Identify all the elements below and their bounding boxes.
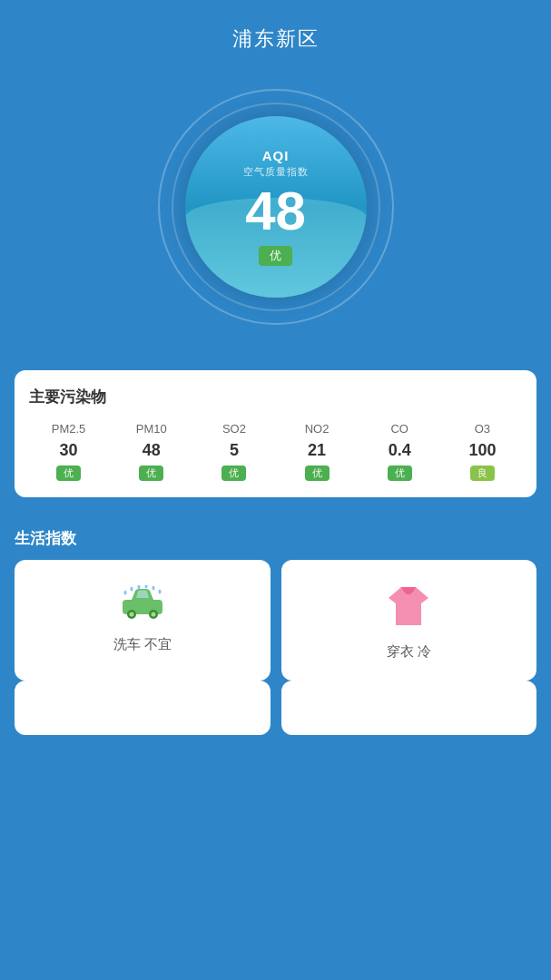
aqi-label: AQI bbox=[262, 148, 290, 163]
pollutant-o3: O3 100 良 bbox=[443, 422, 522, 481]
life-card-clothing: 穿衣 冷 bbox=[281, 560, 537, 681]
pollutant-no2-badge: 优 bbox=[305, 466, 330, 481]
pollutant-co: CO 0.4 优 bbox=[360, 422, 439, 481]
pollutant-pm10-name: PM10 bbox=[136, 422, 167, 436]
pollutant-pm10-badge: 优 bbox=[139, 466, 163, 481]
pollutants-title: 主要污染物 bbox=[29, 387, 522, 407]
aqi-sublabel: 空气质量指数 bbox=[243, 165, 309, 179]
pollutant-no2-value: 21 bbox=[308, 441, 326, 460]
aqi-value: 48 bbox=[245, 184, 306, 239]
aqi-inner-circle: AQI 空气质量指数 48 优 bbox=[185, 116, 367, 298]
car-wash-icon bbox=[119, 585, 166, 625]
svg-point-2 bbox=[129, 612, 133, 617]
pollutant-o3-value: 100 bbox=[468, 441, 496, 460]
pollutant-o3-badge: 良 bbox=[470, 466, 495, 481]
car-wash-label: 洗车 不宜 bbox=[113, 636, 172, 653]
pollutant-so2: SO2 5 优 bbox=[194, 422, 273, 481]
aqi-quality-badge: 优 bbox=[259, 246, 292, 266]
life-card-partial-2 bbox=[281, 681, 537, 735]
page-header: 浦东新区 bbox=[0, 0, 551, 71]
clothing-icon bbox=[387, 585, 430, 632]
pollutant-pm10: PM10 48 优 bbox=[112, 422, 191, 481]
pollutant-so2-badge: 优 bbox=[221, 466, 246, 481]
pollutant-pm25-name: PM2.5 bbox=[52, 422, 86, 436]
svg-point-10 bbox=[158, 590, 161, 594]
svg-point-4 bbox=[151, 612, 155, 617]
pollutant-pm10-value: 48 bbox=[143, 441, 161, 460]
pollutant-no2: NO2 21 优 bbox=[277, 422, 356, 481]
aqi-outer-ring: AQI 空气质量指数 48 优 bbox=[158, 89, 394, 325]
aqi-section: AQI 空气质量指数 48 优 bbox=[0, 71, 551, 361]
life-card-car-wash: 洗车 不宜 bbox=[15, 560, 271, 681]
pollutants-card: 主要污染物 PM2.5 30 优 PM10 48 优 SO2 5 优 NO2 2… bbox=[15, 370, 536, 497]
pollutant-so2-value: 5 bbox=[230, 441, 239, 460]
life-index-title: 生活指数 bbox=[0, 506, 551, 560]
pollutant-no2-name: NO2 bbox=[305, 422, 330, 436]
page-title: 浦东新区 bbox=[232, 27, 320, 50]
aqi-middle-ring: AQI 空气质量指数 48 优 bbox=[172, 103, 380, 311]
life-index-bottom-row bbox=[15, 681, 536, 735]
pollutant-pm25-value: 30 bbox=[60, 441, 78, 460]
pollutant-so2-name: SO2 bbox=[222, 422, 246, 436]
life-index-grid: 洗车 不宜 穿衣 冷 bbox=[15, 560, 536, 681]
svg-point-8 bbox=[144, 585, 147, 589]
pollutant-co-badge: 优 bbox=[388, 466, 412, 481]
pollutant-o3-name: O3 bbox=[475, 422, 490, 436]
pollutant-co-name: CO bbox=[390, 422, 408, 436]
svg-point-7 bbox=[137, 585, 140, 590]
pollutant-pm25-badge: 优 bbox=[56, 466, 81, 481]
pollutant-pm25: PM2.5 30 优 bbox=[29, 422, 108, 481]
pollutants-grid: PM2.5 30 优 PM10 48 优 SO2 5 优 NO2 21 优 CO… bbox=[29, 422, 522, 481]
svg-point-5 bbox=[123, 591, 126, 595]
clothing-label: 穿衣 冷 bbox=[387, 643, 431, 661]
svg-point-6 bbox=[130, 587, 133, 592]
svg-point-9 bbox=[152, 586, 154, 591]
pollutant-co-value: 0.4 bbox=[389, 441, 411, 460]
life-card-partial-1 bbox=[15, 681, 271, 735]
